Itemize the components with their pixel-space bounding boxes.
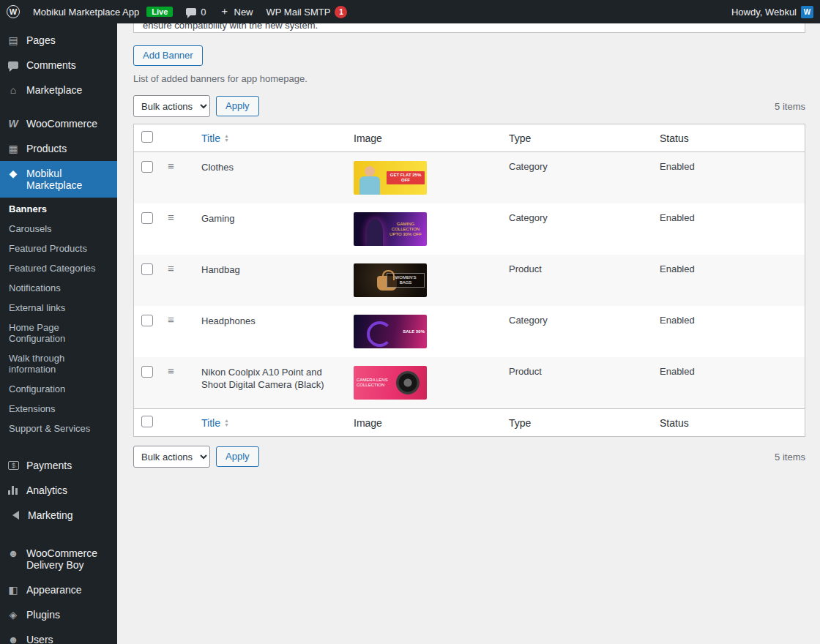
table-row-nikon-camera: Nikon Coolpix A10 Point and Shoot Digita… — [134, 357, 805, 409]
sidebar-item-payments[interactable]: Payments — [0, 453, 117, 478]
row-checkbox[interactable] — [141, 212, 153, 224]
banner-image: SALE 50% — [354, 315, 427, 348]
banner-title: Nikon Coolpix A10 Point and Shoot Digita… — [194, 357, 346, 409]
table-row-headphones: Headphones SALE 50% Category Enabled — [134, 306, 805, 357]
banner-caption: Camera lens COLLECTION — [357, 378, 395, 388]
items-count-bottom: 5 items — [775, 452, 805, 463]
column-image: Image — [346, 124, 502, 152]
avatar: W — [801, 6, 813, 18]
banner-title: Headphones — [194, 306, 346, 357]
sidebar-item-marketing[interactable]: Marketing — [0, 503, 117, 528]
sidebar-item-users[interactable]: Users — [0, 627, 117, 644]
banner-image: Gaming Collection UPTO 30% OFF — [354, 212, 427, 246]
drag-handle-icon[interactable] — [168, 211, 174, 223]
banner-status: Enabled — [652, 357, 805, 409]
row-checkbox[interactable] — [141, 315, 153, 326]
marketing-icon — [8, 511, 19, 520]
admin-bar-account[interactable]: Howdy, Webkul W — [725, 0, 820, 23]
apply-button-bottom[interactable]: Apply — [216, 446, 259, 467]
add-banner-button[interactable]: Add Banner — [133, 45, 203, 66]
table-header-row: Title Image Type Status — [134, 124, 805, 152]
sidebar-item-notifications[interactable]: Notifications — [0, 278, 117, 298]
wordpress-menu[interactable]: W — [0, 0, 26, 23]
column-type: Type — [502, 124, 652, 152]
row-checkbox[interactable] — [141, 161, 153, 173]
sidebar-item-featured-products[interactable]: Featured Products — [0, 239, 117, 258]
banner-image: Women's Bags — [354, 263, 427, 297]
howdy-label: Howdy, Webkul — [731, 7, 797, 18]
select-all-checkbox-footer[interactable] — [141, 416, 153, 427]
site-name: Mobikul Marketplace App — [33, 7, 139, 18]
sort-title-link[interactable]: Title — [201, 132, 229, 144]
banner-status: Enabled — [652, 306, 805, 357]
admin-bar-wp-mail-smtp[interactable]: WP Mail SMTP 1 — [260, 0, 354, 23]
drag-handle-icon[interactable] — [168, 262, 174, 274]
comments-icon — [6, 59, 20, 71]
items-count: 5 items — [775, 101, 805, 112]
woocommerce-icon — [6, 118, 20, 130]
drag-handle-icon[interactable] — [168, 313, 174, 326]
banner-type: Product — [502, 255, 652, 306]
sidebar-separator — [0, 528, 117, 541]
mobikul-marketplace-icon — [6, 168, 20, 179]
sidebar-item-external-links[interactable]: External links — [0, 298, 117, 318]
drag-handle-icon[interactable] — [168, 160, 174, 172]
banner-title: Clothes — [194, 152, 346, 204]
sidebar-item-woocommerce[interactable]: WooCommerce — [0, 111, 117, 136]
admin-bar-new[interactable]: New — [213, 0, 260, 23]
banner-caption: Get Flat 25% Off — [387, 171, 425, 184]
sidebar-separator — [0, 102, 117, 111]
banner-title: Gaming — [194, 203, 346, 255]
sidebar-item-carousels[interactable]: Carousels — [0, 219, 117, 239]
sidebar-item-marketplace[interactable]: Marketplace — [0, 78, 117, 102]
sidebar-item-woocommerce-delivery-boy[interactable]: WooCommerce Delivery Boy — [0, 541, 117, 577]
wp-mail-smtp-label: WP Mail SMTP — [266, 7, 331, 18]
banner-image: Get Flat 25% Off — [354, 161, 427, 195]
sidebar-item-featured-categories[interactable]: Featured Categories — [0, 258, 117, 278]
table-row-clothes: Clothes Get Flat 25% Off Category Enable… — [134, 152, 805, 204]
drag-handle-icon[interactable] — [168, 364, 174, 377]
column-status-footer: Status — [652, 409, 805, 437]
site-name-link[interactable]: Mobikul Marketplace App Live — [26, 0, 179, 23]
tablenav-bottom: Bulk actions Apply 5 items — [133, 446, 805, 468]
row-checkbox[interactable] — [141, 263, 153, 275]
sidebar-item-mobikul-marketplace[interactable]: Mobikul Marketplace — [0, 161, 117, 198]
sort-title-link-footer[interactable]: Title — [201, 417, 229, 429]
banner-type: Product — [502, 357, 652, 409]
column-status: Status — [652, 124, 805, 152]
comments-count: 0 — [201, 7, 206, 18]
plugins-icon — [6, 609, 20, 621]
notification-badge: 1 — [335, 6, 347, 18]
sidebar-item-plugins[interactable]: Plugins — [0, 602, 117, 627]
sidebar-item-configuration[interactable]: Configuration — [0, 379, 117, 399]
sidebar-item-appearance[interactable]: Appearance — [0, 577, 117, 602]
wordpress-logo-icon: W — [7, 5, 20, 18]
new-label: New — [234, 7, 253, 18]
mobikul-submenu: Banners Carousels Featured Products Feat… — [0, 198, 117, 444]
sidebar-item-walk-through-information[interactable]: Walk through information — [0, 348, 117, 379]
table-row-handbag: Handbag Women's Bags Product Enabled — [134, 255, 805, 306]
sidebar-item-banners[interactable]: Banners — [0, 199, 117, 219]
column-image-footer: Image — [346, 409, 502, 437]
banner-title: Handbag — [194, 255, 346, 306]
bulk-actions-select[interactable]: Bulk actions — [133, 95, 210, 117]
apply-button[interactable]: Apply — [216, 96, 259, 116]
bulk-actions-select-bottom[interactable]: Bulk actions — [133, 446, 210, 468]
sidebar-item-home-page-configuration[interactable]: Home Page Configuration — [0, 318, 117, 348]
admin-sidebar: Pages Comments Marketplace WooCommerce P… — [0, 23, 117, 644]
select-all-checkbox[interactable] — [141, 131, 153, 143]
sidebar-item-analytics[interactable]: Analytics — [0, 478, 117, 503]
sidebar-item-pages[interactable]: Pages — [0, 28, 117, 53]
banner-type: Category — [502, 152, 652, 204]
sidebar-item-comments[interactable]: Comments — [0, 53, 117, 78]
sidebar-item-products[interactable]: Products — [0, 136, 117, 161]
row-checkbox[interactable] — [141, 366, 153, 378]
live-badge: Live — [146, 7, 173, 17]
sidebar-item-extensions[interactable]: Extensions — [0, 399, 117, 419]
main-content: ensure compatibility with the new system… — [117, 0, 820, 468]
page-description: List of added banners for app homepage. — [133, 73, 805, 84]
sidebar-item-support-services[interactable]: Support & Services — [0, 419, 117, 438]
clipped-notice: ensure compatibility with the new system… — [133, 23, 805, 33]
admin-bar-comments[interactable]: 0 — [179, 0, 212, 23]
users-icon — [6, 634, 20, 644]
